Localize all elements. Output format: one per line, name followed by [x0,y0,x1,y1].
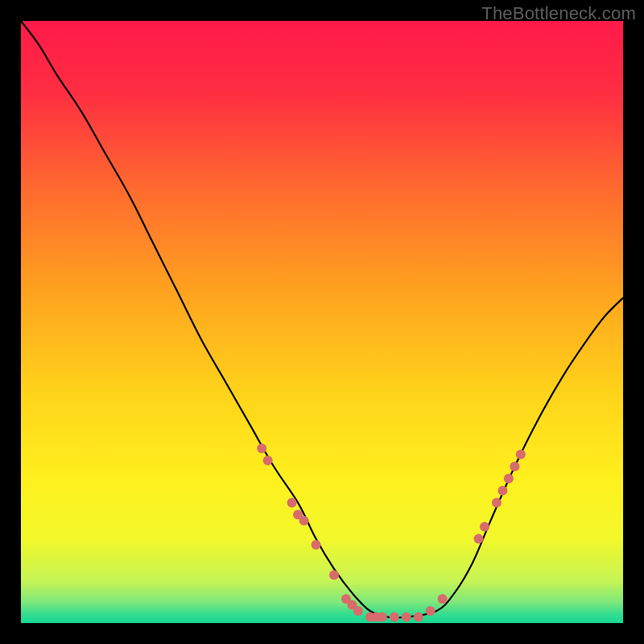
highlight-dot [480,522,489,531]
highlight-dot [473,534,483,543]
curve-layer [21,21,623,623]
highlight-dot [414,613,423,622]
highlight-dot [426,606,436,616]
highlight-dot [329,570,339,580]
highlight-dot [263,456,273,465]
bottleneck-curve [21,21,623,618]
highlight-dot [390,613,399,622]
highlight-dot [504,473,514,483]
highlight-dot [510,462,519,472]
highlight-dot [287,497,297,507]
highlight-dot [438,594,448,604]
highlight-dot [257,444,266,453]
highlight-dot [492,497,502,507]
highlight-dot [353,606,363,616]
plot-area [21,21,623,623]
highlight-dot [402,613,411,622]
chart-frame: TheBottleneck.com [0,0,644,644]
highlight-dot [516,450,526,460]
highlight-dot [378,613,387,622]
highlight-dot [497,485,507,495]
watermark-text: TheBottleneck.com [481,3,636,24]
highlight-dot [299,516,309,526]
highlight-dot [312,540,321,550]
